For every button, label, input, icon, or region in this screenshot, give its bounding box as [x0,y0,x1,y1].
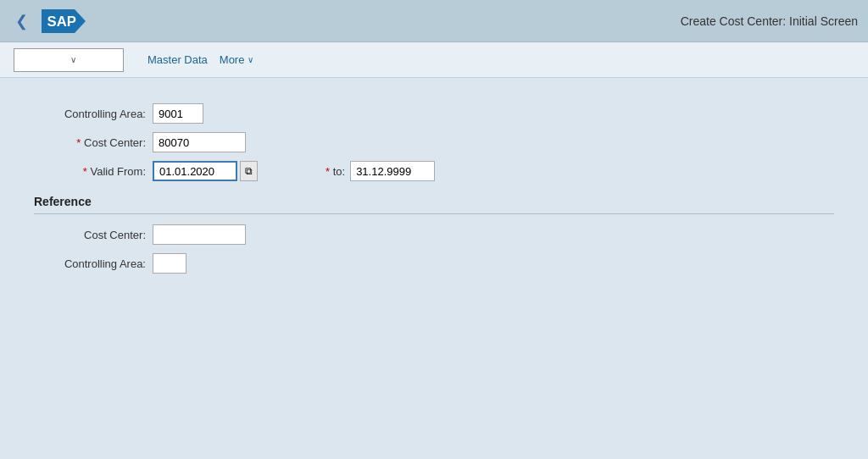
toolbar: ∨ Master Data More ∨ [0,42,868,78]
ref-controlling-area-row: Controlling Area: [34,253,834,274]
sap-logo: SAP [42,9,86,33]
controlling-area-row: Controlling Area: [34,103,834,124]
valid-from-input[interactable] [153,161,237,181]
ref-cost-center-input[interactable] [153,224,246,245]
valid-from-row: Valid From: ⧉ to: [34,161,834,181]
main-content: Controlling Area: Cost Center: Valid Fro… [0,78,868,459]
master-data-link[interactable]: Master Data [141,50,214,69]
copy-icon: ⧉ [245,165,253,177]
reference-section: Reference Cost Center: Controlling Area: [34,195,834,274]
back-button[interactable]: ❮ [10,8,33,34]
section-divider [34,213,834,214]
cost-center-row: Cost Center: [34,132,834,152]
cost-center-label: Cost Center: [34,136,153,149]
toolbar-dropdown[interactable]: ∨ [14,48,124,72]
more-arrow: ∨ [248,55,253,64]
valid-to-input[interactable] [350,161,435,181]
ref-cost-center-row: Cost Center: [34,224,834,245]
page-title: Create Cost Center: Initial Screen [681,14,858,28]
more-menu[interactable]: More ∨ [214,50,259,69]
more-label: More [220,53,245,66]
controlling-area-input[interactable] [153,103,203,124]
cost-center-input[interactable] [153,132,246,152]
ref-controlling-area-label: Controlling Area: [34,257,153,270]
ref-cost-center-label: Cost Center: [34,229,153,241]
to-label: to: [326,165,345,178]
copy-button[interactable]: ⧉ [240,161,258,181]
header-bar: ❮ SAP Create Cost Center: Initial Screen [0,0,868,42]
toolbar-dropdown-arrow: ∨ [70,55,116,64]
valid-from-label: Valid From: [34,165,153,178]
controlling-area-label: Controlling Area: [34,108,153,120]
valid-from-group: ⧉ to: [153,161,435,181]
ref-controlling-area-input[interactable] [153,253,186,274]
reference-title: Reference [34,195,834,208]
svg-text:SAP: SAP [47,14,76,30]
